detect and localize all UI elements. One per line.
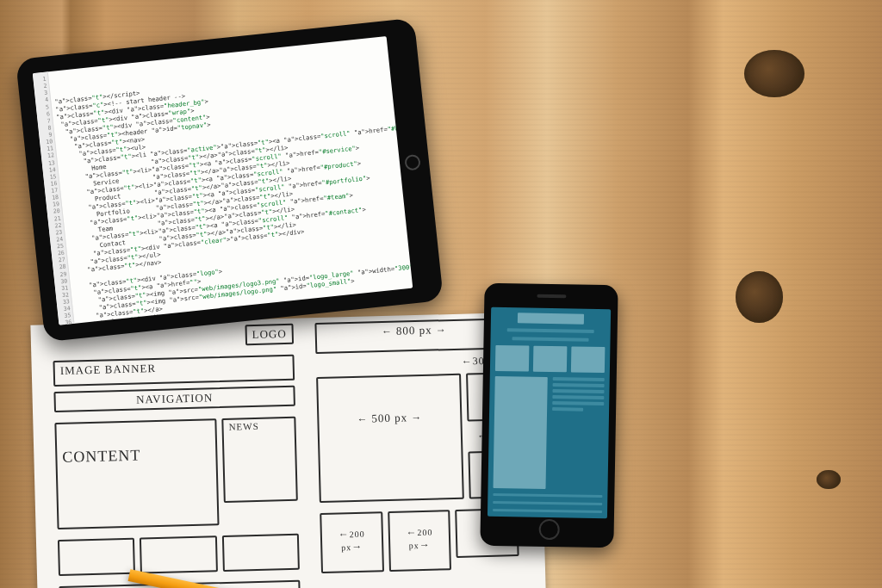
html-source-code: "a">class="t"></script​> "a">class="c"><… bbox=[54, 63, 413, 325]
wooden-desk-background: LOGO IMAGE BANNER NAVIGATION CONTENT NEW… bbox=[0, 0, 882, 588]
mockup-header-bar bbox=[518, 313, 583, 324]
wf-banner-box: IMAGE BANNER bbox=[53, 355, 295, 387]
phone-speaker-icon bbox=[537, 294, 566, 299]
wf-width-500: ← 500 px → bbox=[316, 374, 464, 503]
smartphone-device bbox=[480, 283, 618, 548]
wood-knot bbox=[736, 271, 783, 323]
wf-news-box: NEWS bbox=[221, 417, 298, 503]
wf-width-200a: ←200 px→ bbox=[320, 511, 383, 573]
wf-width-200b: ←200 px→ bbox=[388, 510, 451, 572]
mockup-tile-row bbox=[495, 345, 606, 373]
wireframe-sketch-paper: LOGO IMAGE BANNER NAVIGATION CONTENT NEW… bbox=[30, 312, 546, 588]
phone-home-button-icon bbox=[538, 519, 559, 540]
wood-knot bbox=[817, 470, 841, 489]
wood-knot bbox=[744, 50, 804, 97]
tablet-code-editor: 1 2 3 4 5 6 7 8 9 10 11 12 13 14 15 16 1… bbox=[33, 36, 413, 325]
wf-logo-box: LOGO bbox=[245, 324, 294, 345]
wf-nav-box: NAVIGATION bbox=[53, 386, 295, 412]
tablet-device: 1 2 3 4 5 6 7 8 9 10 11 12 13 14 15 16 1… bbox=[16, 18, 444, 343]
phone-mockup-screen bbox=[488, 307, 611, 518]
tablet-home-button-icon bbox=[404, 154, 421, 171]
wf-content-box: CONTENT bbox=[54, 418, 219, 529]
